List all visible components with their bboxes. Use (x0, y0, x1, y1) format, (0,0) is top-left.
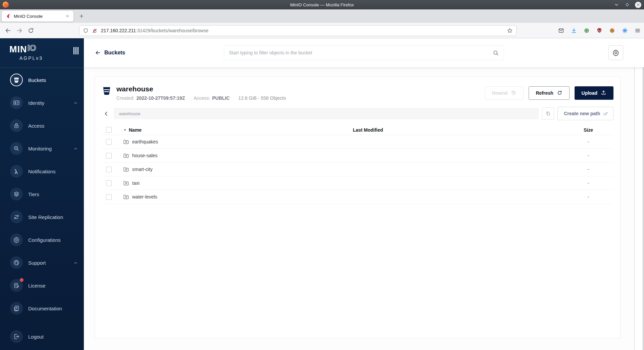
bucket-usage: 12.6 GiB - 558 Objects (238, 95, 286, 101)
sidebar-item-site-replication[interactable]: Site Replication (0, 206, 84, 228)
cookie-extension-icon[interactable] (609, 28, 615, 34)
bucket-browser-card: warehouse Created:2022-10-27T09:57:19Z A… (95, 77, 621, 339)
table-row[interactable]: water-levels - (102, 190, 613, 204)
row-checkbox[interactable] (106, 139, 112, 145)
license-document-icon (10, 279, 23, 292)
browser-window: MinIO Console — Mozilla Firefox MinIO Co… (0, 0, 644, 350)
bookmark-star-icon[interactable] (507, 28, 513, 34)
sidebar-item-support[interactable]: Support (0, 251, 84, 274)
maximize-button[interactable] (624, 2, 630, 8)
close-button[interactable] (635, 2, 641, 8)
url-path: :31429/buckets/warehouse/browse (136, 28, 208, 33)
search-icon (493, 50, 499, 56)
upload-icon (601, 90, 606, 96)
row-checkbox[interactable] (106, 153, 112, 159)
window-titlebar: MinIO Console — Mozilla Firefox (0, 0, 644, 9)
chevron-up-icon[interactable] (73, 101, 78, 105)
vertical-scrollbar[interactable] (634, 38, 643, 350)
sidebar-item-documentation[interactable]: Documentation (0, 297, 84, 320)
sort-ascending-icon (123, 128, 127, 132)
object-name[interactable]: house-sales (132, 153, 158, 158)
reload-button[interactable] (28, 27, 34, 34)
sidebar-item-monitoring[interactable]: Monitoring (0, 137, 84, 160)
monitoring-magnifier-icon (10, 142, 23, 155)
upload-button[interactable]: Upload (575, 86, 613, 100)
back-arrow-icon (95, 50, 101, 56)
folder-icon (123, 194, 129, 200)
create-path-label: Create new path (564, 111, 600, 116)
current-path[interactable]: warehouse (114, 108, 539, 119)
path-slash-icon: :∕∕ (603, 111, 607, 116)
size-column-header: Size (563, 127, 613, 133)
sidebar-collapse-icon[interactable] (73, 47, 78, 54)
sidebar-item-logout[interactable]: Logout (0, 325, 84, 348)
table-row[interactable]: taxi - (102, 176, 613, 190)
sidebar-item-label: Monitoring (28, 146, 52, 151)
back-button[interactable] (5, 27, 11, 34)
sidebar-item-buckets[interactable]: Buckets (0, 69, 84, 91)
object-name[interactable]: earthquakes (132, 139, 158, 144)
sidebar-item-license[interactable]: License (0, 274, 84, 297)
bucket-settings-button[interactable] (608, 45, 623, 60)
sidebar-item-notifications[interactable]: Notifications (0, 160, 84, 183)
chevron-up-icon[interactable] (73, 146, 78, 151)
object-name[interactable]: water-levels (132, 194, 157, 200)
object-name[interactable]: taxi (132, 180, 140, 186)
sidebar-item-configurations[interactable]: Configurations (0, 228, 84, 251)
brand-wordmark-outline: IO (27, 44, 39, 52)
tracking-protection-shield-icon[interactable] (83, 28, 89, 34)
sidebar-item-access[interactable]: Access (0, 114, 84, 137)
filter-search-input[interactable] (229, 50, 493, 55)
copy-path-button[interactable] (542, 107, 554, 120)
menu-hamburger-icon[interactable] (635, 28, 641, 34)
select-all-checkbox[interactable] (106, 127, 112, 133)
rewind-button[interactable]: Rewind (485, 86, 524, 100)
row-checkbox[interactable] (106, 194, 112, 200)
tab-strip: MinIO Console (0, 9, 644, 23)
minio-logo: MINIO AGPLv3 (0, 38, 84, 68)
url-bar[interactable]: 217.160.222.211:31429/buckets/warehouse/… (79, 25, 517, 36)
path-back-button[interactable] (102, 107, 110, 120)
page-title: Buckets (104, 50, 125, 56)
bucket-icon (102, 86, 112, 96)
object-name[interactable]: smart-city (132, 167, 153, 172)
ublock-extension-icon[interactable] (596, 28, 602, 34)
sidebar-item-identity[interactable]: Identity (0, 91, 84, 114)
downloads-icon[interactable] (571, 28, 577, 34)
lock-icon (10, 119, 23, 132)
row-checkbox[interactable] (106, 180, 112, 186)
brand-wordmark-bold: MIN (9, 44, 27, 55)
new-tab-button[interactable] (76, 11, 87, 21)
access-value: PUBLIC (212, 95, 229, 101)
globe-extension-icon[interactable] (584, 28, 590, 34)
tab-title: MinIO Console (14, 14, 64, 19)
bucket-name: warehouse (116, 85, 286, 93)
url-text: 217.160.222.211:31429/buckets/warehouse/… (101, 28, 507, 33)
table-row[interactable]: smart-city - (102, 163, 613, 176)
sidebar-item-label: License (28, 283, 46, 289)
row-checkbox[interactable] (106, 167, 112, 172)
chevron-up-icon[interactable] (73, 261, 78, 265)
tab-close-icon[interactable] (64, 13, 71, 19)
sidebar-item-label: Configurations (28, 237, 61, 243)
forward-button[interactable] (16, 27, 23, 34)
tray-extension-icon[interactable] (558, 28, 564, 34)
refresh-button[interactable]: Refresh (529, 86, 569, 100)
table-header-row: Name Last Modified Size (102, 125, 613, 135)
back-to-buckets[interactable]: Buckets (95, 38, 125, 67)
sidebar-item-label: Site Replication (28, 214, 63, 220)
table-row[interactable]: earthquakes - (102, 135, 613, 149)
tab-minio-console[interactable]: MinIO Console (1, 10, 74, 22)
table-row[interactable]: house-sales - (102, 149, 613, 163)
created-label: Created: (116, 95, 135, 101)
sidebar-item-tiers[interactable]: Tiers (0, 183, 84, 206)
created-value: 2022-10-27T09:57:19Z (137, 95, 185, 101)
minimize-button[interactable] (613, 2, 620, 8)
insecure-lock-icon[interactable] (92, 28, 98, 34)
starburst-extension-icon[interactable] (622, 28, 628, 34)
name-column-header[interactable]: Name (123, 127, 301, 133)
sidebar-item-label: Access (28, 123, 44, 129)
upload-label: Upload (582, 90, 597, 96)
create-new-path-button[interactable]: Create new path :∕∕ (557, 107, 613, 120)
folder-icon (123, 166, 129, 172)
